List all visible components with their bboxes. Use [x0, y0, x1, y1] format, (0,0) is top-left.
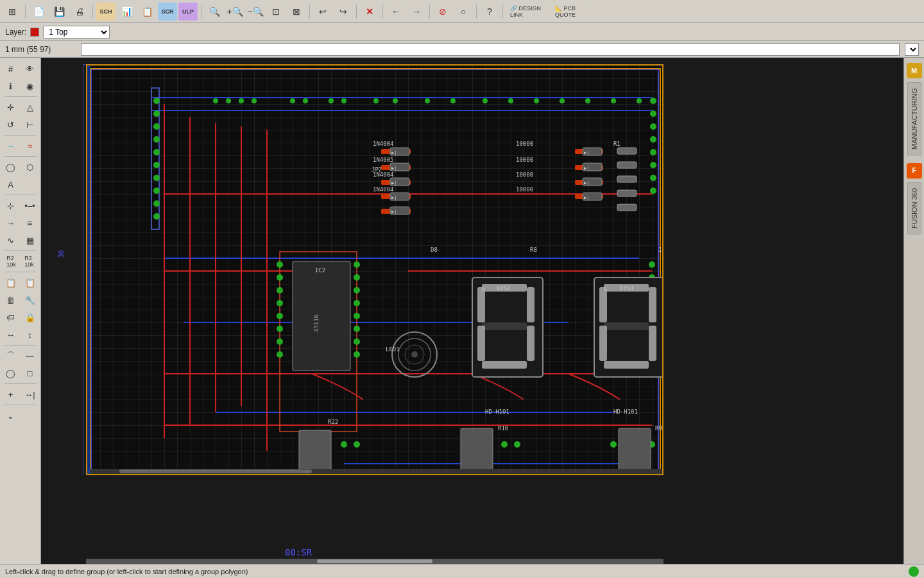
svg-rect-184	[293, 261, 350, 371]
command-dropdown[interactable]	[905, 43, 919, 56]
pcb-canvas-area[interactable]: 30	[41, 58, 903, 564]
sidebar-row-7: A	[2, 176, 39, 193]
undo-tool[interactable]: ↺	[2, 116, 20, 133]
svg-rect-196	[482, 322, 527, 330]
svg-text:R22: R22	[328, 419, 338, 425]
svg-text:DIS1: DIS1	[620, 285, 634, 292]
pcb-board-interior[interactable]: ▶| ▶| ▶| ▶| ▶| ▶| ▶|	[87, 66, 662, 474]
print-button[interactable]: 🖨	[70, 3, 89, 21]
align-h-tool[interactable]: ↔	[2, 326, 20, 343]
brd-button[interactable]: 📋	[137, 3, 157, 21]
svg-rect-217	[299, 430, 331, 474]
save-button[interactable]: 💾	[49, 3, 69, 21]
svg-text:HD-H101: HD-H101	[613, 408, 638, 415]
new-button[interactable]: 📄	[29, 3, 48, 21]
measure-tool[interactable]: ↔|	[21, 386, 39, 403]
line-tool[interactable]: —	[21, 347, 39, 364]
svg-rect-199	[482, 361, 527, 369]
pcb-quote-button[interactable]: 📐 PCBQUOTE	[546, 3, 585, 21]
dim-v-label: 30	[58, 250, 65, 258]
back-button[interactable]: ←	[386, 3, 406, 21]
toolbar-sep-2	[92, 4, 93, 19]
lock-tool[interactable]: 🔒	[21, 309, 39, 326]
fusion360-icon[interactable]: F	[907, 163, 922, 179]
manufacturing-tab[interactable]: MANUFACTURING	[907, 82, 921, 155]
svg-text:1N4004: 1N4004	[373, 186, 394, 193]
design-link-button[interactable]: 🔗 DESIGNLINK	[506, 3, 545, 21]
toolbar-sep-5	[356, 4, 357, 19]
ellipse-tool[interactable]: ◯	[2, 365, 20, 381]
sidebar-sep-3	[4, 156, 37, 157]
layer-select[interactable]: 1 Top 2 Route2 16 Bottom 17 Pads 20 Dime…	[43, 26, 110, 39]
bus-tool[interactable]: ≡	[21, 215, 39, 231]
polygon-tool[interactable]: ⬡	[21, 159, 39, 175]
junction-tool[interactable]: ⊹	[2, 197, 20, 214]
paste-tool[interactable]: 📋	[21, 274, 39, 291]
svg-text:R8: R8	[530, 247, 537, 253]
horizontal-scrollbar[interactable]	[86, 559, 663, 564]
component-r2b-tool[interactable]: R210k	[21, 253, 38, 270]
svg-point-22	[153, 123, 160, 130]
svg-rect-205	[599, 326, 607, 361]
ulp-button[interactable]: ULP	[178, 3, 198, 21]
svg-point-69	[354, 313, 360, 319]
svg-text:DIS2: DIS2	[497, 285, 511, 292]
sidebar-sep-6	[4, 272, 37, 272]
svg-point-92	[354, 441, 360, 448]
expand-tool[interactable]: ⌄	[2, 407, 20, 424]
chart-button[interactable]: 📊	[117, 3, 136, 21]
wire-end-tool[interactable]: •–•	[21, 197, 39, 214]
stop-button[interactable]: ⊘	[433, 3, 452, 21]
move-tool[interactable]: ✛	[2, 99, 20, 116]
align-v-tool[interactable]: ↕	[21, 326, 39, 343]
toolbar-sep-8	[476, 4, 477, 19]
zoom-fit-button[interactable]: ⊡	[266, 3, 286, 21]
delete-tool[interactable]: 🗑	[2, 292, 20, 308]
name-tool[interactable]: 🏷	[2, 309, 20, 326]
info-tool[interactable]: ℹ	[2, 78, 20, 94]
add-component-tool[interactable]: +	[2, 386, 20, 403]
property-tool[interactable]: 🔧	[21, 292, 39, 308]
split-tool[interactable]: ⊢	[21, 116, 39, 133]
grid-button[interactable]: ⊞	[3, 3, 22, 21]
circle-tool[interactable]: ◯	[2, 159, 20, 175]
grid-settings-tool[interactable]: #	[2, 60, 20, 77]
component-r2-tool[interactable]: R210k	[3, 253, 20, 270]
sidebar-sep-1	[4, 96, 37, 97]
route-wire-tool[interactable]: ~	[2, 137, 20, 154]
table-tool[interactable]: ▦	[21, 232, 39, 249]
pcb-board-canvas[interactable]: ▶| ▶| ▶| ▶| ▶| ▶| ▶|	[86, 64, 663, 475]
zoom-area-button[interactable]: 🔍	[205, 3, 224, 21]
undo-button[interactable]: ↩	[313, 3, 332, 21]
help-button[interactable]: ?	[480, 3, 499, 21]
drc-button[interactable]: ✕	[360, 3, 379, 21]
zoom-out-button[interactable]: −🔍	[246, 3, 265, 21]
route-bus-tool[interactable]: ≈	[21, 137, 39, 154]
status-indicator	[909, 566, 919, 577]
ratsnest-button[interactable]: ○	[454, 3, 473, 21]
forward-button[interactable]: →	[407, 3, 426, 21]
redo-button[interactable]: ↪	[334, 3, 353, 21]
text-tool[interactable]: A	[2, 176, 20, 193]
svg-point-50	[650, 110, 656, 117]
scr-button[interactable]: SCR	[158, 3, 177, 21]
svg-point-81	[649, 261, 655, 268]
arrow-tool[interactable]: →	[2, 215, 20, 231]
mirror-tool[interactable]: △	[21, 99, 39, 116]
arc-tool[interactable]: ⌒	[2, 347, 20, 364]
meander-tool[interactable]: ∿	[2, 232, 20, 249]
svg-text:▶|: ▶|	[584, 166, 589, 171]
zoom-in-button[interactable]: +🔍	[225, 3, 244, 21]
look-tool[interactable]: ◉	[21, 78, 39, 94]
display-tool[interactable]: 👁	[21, 60, 39, 77]
toolbar-sep-3	[201, 4, 201, 19]
manufacturing-icon[interactable]: M	[907, 63, 922, 78]
h-scroll-thumb[interactable]	[317, 559, 432, 563]
svg-point-56	[650, 188, 656, 194]
copy-tool[interactable]: 📋	[2, 274, 20, 291]
command-input[interactable]	[81, 43, 900, 56]
zoom-full-button[interactable]: ⊠	[287, 3, 306, 21]
sch-button[interactable]: SCH	[96, 3, 116, 21]
fusion360-tab[interactable]: FUSION 360	[907, 182, 921, 234]
rect-tool[interactable]: □	[21, 365, 39, 381]
